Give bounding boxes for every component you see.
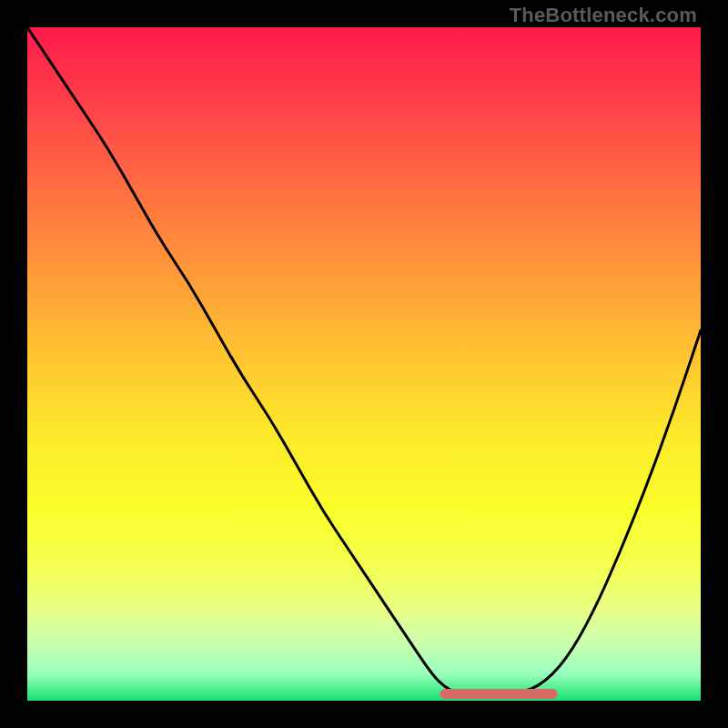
- frame-bottom: [0, 701, 728, 728]
- chart-overlay: [27, 27, 701, 701]
- watermark-text: TheBottleneck.com: [510, 4, 697, 27]
- bottleneck-curve: [27, 27, 701, 694]
- frame-right: [701, 0, 728, 728]
- frame-left: [0, 0, 27, 728]
